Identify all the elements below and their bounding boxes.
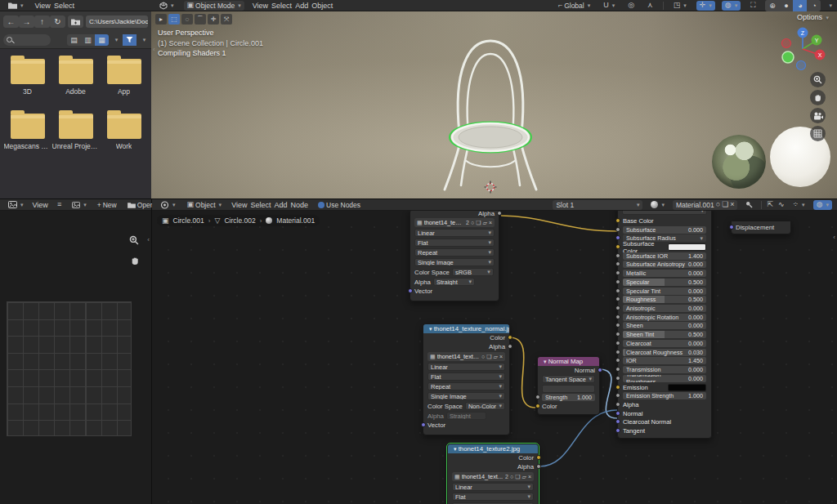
editor-type-button[interactable]: ▾ <box>156 1 177 11</box>
displacement-input-socket[interactable] <box>729 225 734 230</box>
alpha-output-socket[interactable] <box>497 211 502 216</box>
menu-object[interactable]: Object <box>310 2 334 10</box>
image-browse-dropdown[interactable]: ▾ <box>69 200 90 210</box>
clearcoat-input-socket[interactable] <box>615 341 620 346</box>
alpha-output-socket[interactable] <box>508 344 512 349</box>
editor-type-button[interactable]: ▾ <box>157 200 179 210</box>
menu-view[interactable]: View <box>31 201 50 209</box>
subsurface-radius-input-socket[interactable] <box>615 235 620 240</box>
bsdf-row-normal[interactable]: Normal <box>618 409 711 418</box>
display-horizontal-list-button[interactable]: ▥ <box>81 34 95 46</box>
material-name-field[interactable]: Material.001 ○ ❏ × <box>673 200 738 210</box>
open-icon[interactable]: ▱ <box>483 220 487 225</box>
region-collapse-arrow[interactable]: ‹ <box>147 236 150 243</box>
unlink-icon[interactable]: × <box>730 201 734 208</box>
pan-button[interactable] <box>810 90 826 105</box>
zoom-button[interactable] <box>810 72 826 87</box>
bsdf-row-metallic[interactable]: Metallic0.000 <box>618 269 711 278</box>
bsdf-row-specular-tint[interactable]: Specular Tint0.000 <box>618 287 711 296</box>
emission-input-socket[interactable] <box>615 385 620 390</box>
proportional-edit-button[interactable]: ◎ <box>624 1 638 11</box>
snap-target-dropdown[interactable]: ⁘▾ <box>790 200 808 210</box>
select-lasso-tool-button[interactable]: ⌒ <box>195 14 206 25</box>
subsurface-color-input-socket[interactable] <box>615 244 620 249</box>
tangent-input-socket[interactable] <box>615 428 620 433</box>
shading-rendered-button[interactable]: ◔ <box>807 0 821 11</box>
folder-3d[interactable]: 3D <box>3 56 51 110</box>
bsdf-row-subsurface-color[interactable]: Subsurface Color <box>618 243 711 252</box>
use-nodes-checkbox[interactable]: Use Nodes <box>315 200 364 210</box>
image-selector[interactable]: ▦ thonet14_text... 2 ○ ❏ ▱ × <box>452 472 534 481</box>
normal-map-node[interactable]: ▾ Normal Map Normal Tangent Space▾ Stren… <box>537 356 600 415</box>
overlays-dropdown[interactable]: ◍▾ <box>722 1 741 11</box>
menu-select[interactable]: Select <box>52 2 76 10</box>
refresh-button[interactable]: ↻ <box>50 16 65 28</box>
menu-view[interactable]: View <box>230 201 248 209</box>
bsdf-row-emission-strength[interactable]: Emission Strength1.000 <box>618 391 711 400</box>
editor-type-button[interactable]: ▾ <box>5 1 27 11</box>
bsdf-row-subsurface[interactable]: Subsurface0.000 <box>618 225 711 234</box>
open-icon[interactable]: ▱ <box>522 474 526 479</box>
gizmo-y-neg-axis[interactable] <box>782 51 794 63</box>
alpha-mode-dropdown[interactable]: Straight▾ <box>433 278 475 286</box>
chair-object[interactable] <box>445 41 536 190</box>
image-selector[interactable]: ▦ thonet14_text... 2 ○ ❏ ▱ × <box>414 218 495 227</box>
new-folder-button[interactable] <box>68 16 83 28</box>
emission-color-swatch[interactable] <box>668 384 706 391</box>
copy-icon[interactable]: ❏ <box>515 474 520 479</box>
unlink-icon[interactable]: × <box>489 220 492 225</box>
dropdown-flat[interactable]: Flat▾ <box>414 239 495 247</box>
folder-work[interactable]: Work <box>100 110 148 165</box>
alpha-input-socket[interactable] <box>615 402 620 407</box>
options-dropdown[interactable]: Options ▾ <box>797 13 829 21</box>
dropdown-single-image[interactable]: Single Image▾ <box>427 392 505 400</box>
uv-map-field[interactable] <box>542 385 595 393</box>
select-box-tool-button[interactable]: ⬚ <box>168 14 180 25</box>
transmission-input-socket[interactable] <box>615 367 620 372</box>
unlink-icon[interactable]: × <box>499 354 503 359</box>
display-vertical-list-button[interactable]: ▤ <box>67 34 81 46</box>
folder-megascans-li-[interactable]: Megascans Li... <box>3 110 51 165</box>
alpha-mode-dropdown[interactable]: Straight <box>446 412 486 420</box>
dropdown-linear[interactable]: Linear▾ <box>452 483 534 491</box>
menu-select[interactable]: Select <box>248 201 272 209</box>
snap-dropdown[interactable]: U▾ <box>600 1 618 11</box>
bsdf-row-subsurface-ior[interactable]: Subsurface IOR1.400 <box>618 252 711 261</box>
vector-input-socket[interactable] <box>408 288 413 293</box>
hand-icon[interactable] <box>130 256 140 265</box>
path-field[interactable]: C:\Users\Jackie\Docum... <box>86 16 148 28</box>
anisotropic-input-socket[interactable] <box>615 306 620 310</box>
strength-slider[interactable]: Strength 1.000 <box>542 394 595 401</box>
space-dropdown[interactable]: Tangent Space▾ <box>542 375 595 383</box>
bsdf-row-roughness[interactable]: Roughness0.500 <box>618 295 711 304</box>
clearcoat-roughness-input-socket[interactable] <box>615 350 620 355</box>
menu-node[interactable]: Node <box>289 201 311 209</box>
bsdf-row-anisotropic-rotation[interactable]: Anisotropic Rotation0.000 <box>618 313 711 322</box>
dropdown-flat[interactable]: Flat▾ <box>452 493 534 501</box>
folder-unreal-projects[interactable]: Unreal Projects <box>51 110 100 165</box>
vector-input-socket[interactable] <box>421 422 426 427</box>
shading-solid-button[interactable]: ● <box>779 0 793 11</box>
bsdf-row-clearcoat-roughness[interactable]: Clearcoat Roughness0.030 <box>618 348 711 357</box>
gizmos-dropdown[interactable]: ✛▾ <box>696 1 715 11</box>
color-space-dropdown[interactable]: sRGB▾ <box>452 268 494 276</box>
material-slot-dropdown[interactable]: Slot 1▾ <box>553 200 642 210</box>
pin-button[interactable] <box>742 200 756 210</box>
move-tool-button[interactable]: ⤧ <box>221 14 232 25</box>
subsurface-color-color-swatch[interactable] <box>668 243 706 251</box>
bsdf-row-ior[interactable]: IOR1.450 <box>618 357 711 366</box>
dropdown-repeat[interactable]: Repeat▾ <box>414 248 495 256</box>
subsurface-ior-input-socket[interactable] <box>615 253 620 258</box>
navigation-gizmo[interactable]: Z Y X <box>778 23 827 72</box>
emission-strength-input-socket[interactable] <box>615 393 620 398</box>
copy-icon[interactable]: ❏ <box>476 220 481 225</box>
menu-select[interactable]: Select <box>270 2 293 10</box>
zoom-icon[interactable] <box>129 235 139 245</box>
color-input-socket[interactable] <box>535 404 540 408</box>
display-size-dropdown[interactable]: ▾ <box>111 34 120 46</box>
image-editor[interactable]: ▾ View ≡ ▾ + New Open ‹ <box>0 198 151 504</box>
fake-user-icon[interactable]: ○ <box>716 201 720 208</box>
bsdf-row-clearcoat[interactable]: Clearcoat0.000 <box>618 339 711 348</box>
material-output-node[interactable]: Displacement <box>731 221 791 234</box>
zoom-region-icon[interactable]: ⇱ <box>767 201 773 208</box>
